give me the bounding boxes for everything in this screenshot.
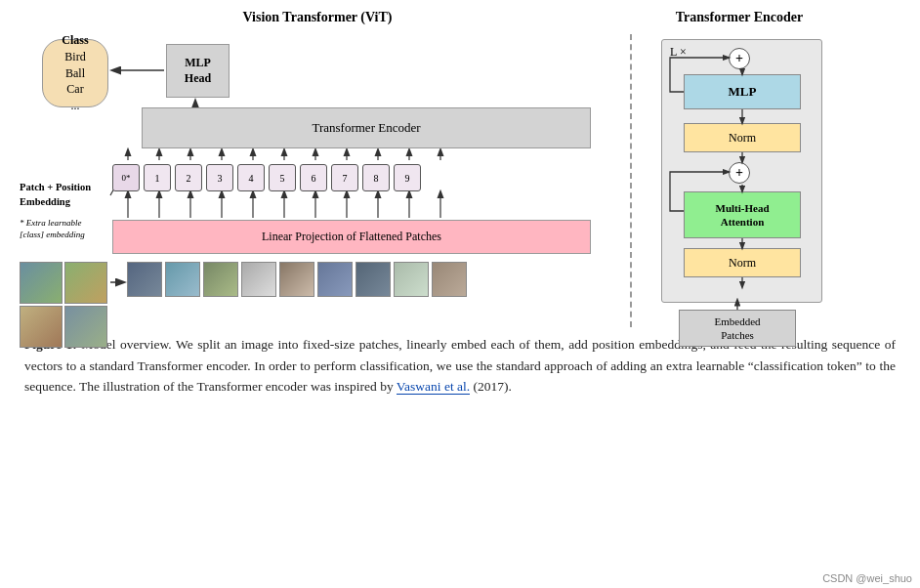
class-label: Class: [62, 32, 88, 49]
norm1-label: Norm: [729, 131, 756, 146]
embedded-patches-box: EmbeddedPatches: [679, 310, 796, 347]
encoder-outer-box: L × + MLP Norm + Multi-HeadAttention: [661, 39, 822, 303]
vit-title: Vision Transformer (ViT): [15, 10, 620, 25]
watermark: CSDN @wei_shuo: [822, 572, 912, 584]
norm2-label: Norm: [729, 256, 756, 271]
token-3: 3: [206, 164, 233, 191]
token-5: 5: [269, 164, 296, 191]
norm1-box: Norm: [684, 123, 801, 152]
mlp-head-label: MLPHead: [185, 56, 211, 86]
embedded-patches-label: EmbeddedPatches: [714, 315, 760, 343]
dots-label: ...: [71, 98, 80, 114]
lx-label: L ×: [670, 45, 687, 60]
mlp-box: MLP: [684, 74, 801, 109]
transformer-encoder-label: Transformer Encoder: [312, 120, 420, 136]
class-box: Class Bird Ball Car ...: [42, 39, 108, 107]
image-cell-1: [20, 262, 63, 304]
token-6: 6: [300, 164, 327, 191]
token-2: 2: [175, 164, 202, 191]
token-7: 7: [331, 164, 358, 191]
linear-proj-label: Linear Projection of Flattened Patches: [262, 230, 441, 244]
patch-img-8: [394, 262, 429, 297]
patch-img-9: [432, 262, 467, 297]
plus-circle-middle: +: [729, 162, 750, 184]
plus-circle-top: +: [729, 48, 750, 69]
vit-section: Vision Transformer (ViT) Class Bird Ball…: [15, 10, 620, 313]
token-0: 0*: [112, 164, 140, 191]
token-1: 1: [144, 164, 171, 191]
vaswani-link[interactable]: Vaswani et al.: [397, 379, 470, 395]
mlp-head-box: MLPHead: [166, 44, 230, 98]
patch-img-7: [355, 262, 391, 297]
input-image-grid: [20, 262, 107, 348]
car-label: Car: [66, 81, 83, 98]
image-cell-4: [64, 306, 107, 348]
token-9: 9: [394, 164, 421, 191]
ball-label: Ball: [65, 65, 85, 82]
mlp-label: MLP: [729, 84, 757, 100]
mha-box: Multi-HeadAttention: [684, 191, 801, 238]
patch-sublabel: * Extra learnable[class] embedding: [20, 218, 117, 240]
token-4: 4: [237, 164, 265, 191]
patch-img-5: [279, 262, 314, 297]
patch-images-row: [127, 262, 467, 297]
bird-label: Bird: [64, 49, 85, 65]
main-container: Vision Transformer (ViT) Class Bird Ball…: [0, 0, 920, 588]
encoder-section: Transformer Encoder L × + MLP Norm +: [642, 10, 837, 342]
norm2-box: Norm: [684, 248, 801, 277]
patch-img-2: [165, 262, 200, 297]
section-divider: [630, 34, 632, 327]
transformer-encoder-big-box: Transformer Encoder: [142, 107, 591, 148]
encoder-title: Transformer Encoder: [642, 10, 837, 25]
mha-label: Multi-HeadAttention: [716, 201, 770, 230]
patch-position-label: Patch + PositionEmbedding: [20, 181, 112, 209]
token-8: 8: [362, 164, 390, 191]
patch-img-1: [127, 262, 162, 297]
tokens-row: 0* 1 2 3 4 5 6 7 8 9: [112, 164, 421, 191]
patch-img-4: [241, 262, 276, 297]
patch-img-6: [317, 262, 353, 297]
linear-proj-box: Linear Projection of Flattened Patches: [112, 220, 591, 254]
image-cell-3: [20, 306, 63, 348]
diagram-area: Vision Transformer (ViT) Class Bird Ball…: [15, 10, 905, 322]
image-cell-2: [64, 262, 107, 304]
patch-img-3: [203, 262, 238, 297]
